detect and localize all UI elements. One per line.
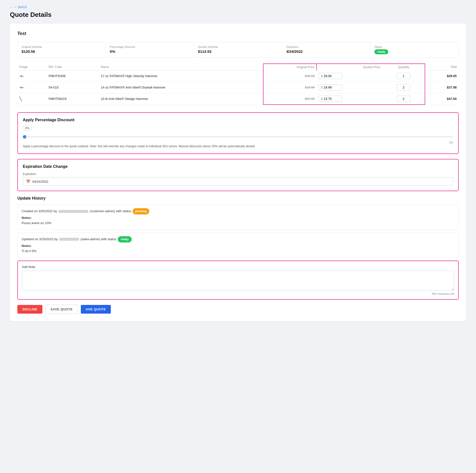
discount-note: Apply a percentage discount to the quote…: [23, 144, 453, 148]
cell-quoted-price-0[interactable]: $: [317, 70, 382, 82]
calendar-icon: 📅: [26, 179, 30, 183]
cell-image-2: ╲: [17, 93, 47, 105]
history-user-redacted-2: [59, 238, 79, 241]
quantity-input-2[interactable]: [397, 96, 410, 102]
cell-total-0: $29.05: [425, 70, 459, 82]
cell-ref-0: FMHT5I306: [47, 70, 99, 82]
slider-container: [23, 133, 453, 139]
history-notes-2: Ti do il 5%: [22, 249, 454, 254]
cell-original-price-0: $30.58: [263, 70, 317, 82]
quote-name: Test: [17, 31, 459, 36]
save-quote-button[interactable]: SAVE QUOTE: [45, 305, 78, 314]
summary-status: Status ready: [370, 42, 458, 57]
history-item-1: Created on 3/25/2022 by (customer-admin)…: [17, 205, 459, 230]
expiration-section: Expiration Date Change Expiration 📅 04/2…: [17, 159, 459, 191]
table-row: ╲ FMHT56019 10 lb Anti-Vibe® Sledge Hamm…: [17, 93, 459, 105]
expiration-date-value: 04/24/2022: [32, 180, 48, 183]
quoted-price-input-1[interactable]: [324, 86, 338, 89]
note-textarea[interactable]: [22, 271, 454, 291]
quantity-input-1[interactable]: [397, 84, 410, 90]
page-title: Quote Details: [10, 11, 466, 19]
summary-expiration: Expiration 4/24/2022: [282, 42, 370, 57]
slider-right-label: 0%: [449, 141, 453, 144]
cell-total-1: $37.98: [425, 82, 459, 93]
summary-quoted-subtotal: Quoted Subtotal $114.53: [194, 42, 282, 57]
col-header-quantity: Quantity: [382, 64, 425, 70]
cell-quantity-0[interactable]: [382, 70, 425, 82]
percentage-discount-value: 5%: [110, 49, 190, 54]
history-role-1: (customer-admin) with status: [90, 209, 131, 214]
chars-left: 500 characters left: [22, 292, 454, 295]
percentage-discount-label: Percentage Discount: [110, 45, 190, 48]
expiration-section-title: Expiration Date Change: [23, 164, 453, 169]
cell-original-price-1: $19.99: [263, 82, 317, 93]
discount-slider[interactable]: [23, 136, 453, 137]
update-history-title: Update History: [17, 196, 459, 201]
history-meta-1: Created on 3/25/2022 by (customer-admin)…: [22, 208, 454, 214]
history-status-2: ready: [118, 236, 132, 242]
decline-button[interactable]: DECLINE: [17, 305, 42, 314]
date-input-wrapper[interactable]: 📅 04/24/2022: [23, 177, 453, 186]
col-header-total: Total: [425, 64, 459, 70]
cell-quantity-1[interactable]: [382, 82, 425, 93]
quoted-subtotal-value: $114.53: [198, 49, 278, 54]
col-header-original-price: Original Price: [263, 64, 317, 70]
items-table: Image Ref. Code Name Original Price Quot…: [17, 63, 459, 105]
history-status-1: pending: [133, 208, 149, 214]
expiration-summary-value: 4/24/2022: [286, 49, 366, 54]
update-history-section: Update History Created on 3/25/2022 by (…: [17, 196, 459, 258]
history-action-1: Created on 3/25/2022 by: [22, 209, 57, 214]
cell-ref-2: FMHT56019: [47, 93, 99, 105]
product-icon-1: ⊣—: [19, 85, 24, 90]
status-badge: ready: [374, 49, 454, 54]
add-note-section: Add Note 500 characters left: [17, 261, 459, 300]
cell-original-price-2: $25.00: [263, 93, 317, 105]
back-arrow-icon: ←: [10, 5, 13, 9]
original-subtotal-value: $120.56: [22, 49, 102, 54]
quoted-price-input-2[interactable]: [324, 97, 338, 101]
cell-quoted-price-1[interactable]: $: [317, 82, 382, 93]
cell-ref-1: 54-015: [47, 82, 99, 93]
summary-original-subtotal: Original Subtotal $120.56: [18, 42, 106, 57]
product-icon-2: ╲: [19, 96, 22, 101]
table-row: ⊣— 54-015 14 oz FATMAX® Anti-Vibe® Drywa…: [17, 82, 459, 93]
history-action-2: Updated on 3/25/2022 by: [22, 237, 58, 242]
original-subtotal-label: Original Subtotal: [22, 45, 102, 48]
col-header-name: Name: [99, 64, 263, 70]
cell-quoted-price-2[interactable]: $: [317, 93, 382, 105]
back-label: ← BACK: [14, 5, 27, 9]
cell-total-2: $47.50: [425, 93, 459, 105]
back-link[interactable]: ← ← BACK: [10, 5, 27, 9]
product-icon-0: ⊣—: [19, 74, 24, 78]
summary-bar: Original Subtotal $120.56 Percentage Dis…: [17, 42, 459, 58]
cell-name-2: 10 lb Anti-Vibe® Sledge Hammer: [99, 93, 263, 105]
col-header-quoted-price: Quoted Price: [317, 64, 382, 70]
history-notes-label-2: Notes:: [22, 243, 454, 249]
col-header-image: Image: [17, 64, 47, 70]
history-notes-1: Posso avere un 10%: [22, 221, 454, 226]
cell-quantity-2[interactable]: [382, 93, 425, 105]
history-item-2: Updated on 3/25/2022 by (sales-admin) wi…: [17, 233, 459, 258]
add-note-label: Add Note: [22, 265, 454, 269]
history-meta-2: Updated on 3/25/2022 by (sales-admin) wi…: [22, 236, 454, 242]
quoted-subtotal-label: Quoted Subtotal: [198, 45, 278, 48]
quantity-input-0[interactable]: [397, 73, 410, 79]
discount-section: Apply Percentage Discount 0% 0% Apply a …: [17, 112, 459, 154]
action-buttons: DECLINE SAVE QUOTE USE QUOTE: [17, 305, 459, 314]
cell-image-0: ⊣—: [17, 70, 47, 82]
history-user-redacted-1: [59, 210, 88, 213]
expiration-summary-label: Expiration: [286, 45, 366, 48]
status-label: Status: [374, 45, 454, 48]
status-ready-badge: ready: [374, 49, 388, 54]
main-card: Test Original Subtotal $120.56 Percentag…: [10, 24, 466, 321]
expiration-field-label: Expiration: [23, 172, 453, 176]
quoted-price-input-0[interactable]: [324, 74, 338, 78]
cell-name-1: 14 oz FATMAX® Anti-Vibe® Drywall Hammer: [99, 82, 263, 93]
discount-badge: 0%: [23, 126, 31, 131]
summary-percentage-discount: Percentage Discount 5%: [106, 42, 194, 57]
col-header-ref: Ref. Code: [47, 64, 99, 70]
cell-image-1: ⊣—: [17, 82, 47, 93]
use-quote-button[interactable]: USE QUOTE: [81, 305, 111, 314]
history-notes-label-1: Notes:: [22, 215, 454, 221]
history-role-2: (sales-admin) with status: [81, 237, 116, 242]
